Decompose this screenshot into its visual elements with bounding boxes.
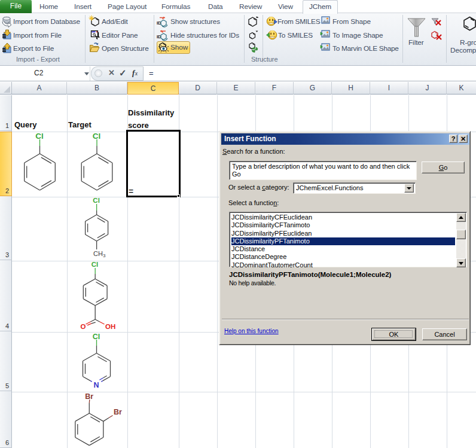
- svg-text:Cl: Cl: [35, 132, 44, 141]
- svg-text:Cl: Cl: [93, 333, 100, 341]
- svg-text:Br: Br: [114, 408, 122, 416]
- svg-text:CH3: CH3: [93, 250, 106, 258]
- svg-text:Cl: Cl: [93, 197, 100, 204]
- svg-text:Cl: Cl: [91, 261, 99, 268]
- svg-text:OH: OH: [105, 323, 115, 330]
- svg-text:O: O: [81, 323, 86, 330]
- svg-text:N: N: [93, 381, 99, 389]
- svg-text:Br: Br: [85, 392, 93, 401]
- svg-text:Cl: Cl: [93, 132, 101, 141]
